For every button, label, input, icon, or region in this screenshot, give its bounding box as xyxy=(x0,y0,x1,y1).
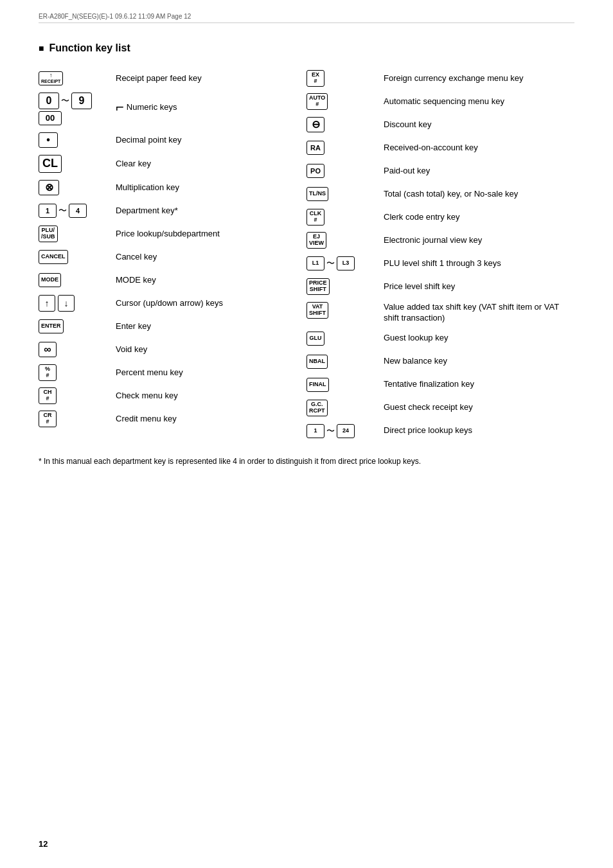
left-column: ↑RECEIPT Receipt paper feed key 0 〜 9 00… xyxy=(39,67,306,443)
multiply-key[interactable]: ⊗ xyxy=(39,180,59,195)
key-description: Check menu key xyxy=(116,391,306,402)
ex-key[interactable]: EX# xyxy=(306,70,324,87)
percent-key[interactable]: %# xyxy=(39,364,57,381)
key-description: Price level shift key xyxy=(384,281,574,292)
ra-key[interactable]: RA xyxy=(306,141,324,155)
list-item: ∞ Void key xyxy=(39,338,306,361)
key-description: Direct price lookup keys xyxy=(384,425,574,436)
auto-key[interactable]: AUTO# xyxy=(306,93,328,110)
key-list: ↑RECEIPT Receipt paper feed key 0 〜 9 00… xyxy=(39,67,574,443)
right-column: EX# Foreign currency exchange menu key A… xyxy=(306,67,574,443)
key-description: Price lookup/subdepartment xyxy=(116,229,306,240)
list-item: ⊖ Discount key xyxy=(306,113,574,136)
list-item: AUTO# Automatic sequencing menu key xyxy=(306,90,574,113)
key-description: PLU level shift 1 through 3 keys xyxy=(384,258,574,269)
page-header: ER-A280F_N(SEEG)(E)-1 09.6.12 11:09 AM P… xyxy=(39,13,574,23)
key-description: Percent menu key xyxy=(116,368,306,378)
down-arrow-key[interactable]: ↓ xyxy=(58,295,75,312)
list-item: MODE MODE key xyxy=(39,269,306,292)
up-arrow-key[interactable]: ↑ xyxy=(39,295,55,312)
key-description: Cursor (up/down arrow) keys xyxy=(116,298,306,309)
glu-key[interactable]: GLU xyxy=(306,332,324,346)
list-item: ENTER Enter key xyxy=(39,315,306,338)
numeric-range-key[interactable]: 0 〜 9 xyxy=(39,93,92,109)
list-item: G.C.RCPT Guest check receipt key xyxy=(306,396,574,420)
dept-key-range[interactable]: 1 〜 4 xyxy=(39,204,87,218)
key-description: Cancel key xyxy=(116,252,306,263)
footnote: * In this manual each department key is … xyxy=(39,456,574,467)
list-item: L1 〜 L3 PLU level shift 1 through 3 keys xyxy=(306,252,574,275)
cancel-key[interactable]: CANCEL xyxy=(39,250,68,264)
price-shift-key[interactable]: PRICESHIFT xyxy=(306,278,330,295)
check-key[interactable]: CH# xyxy=(39,387,57,404)
po-key[interactable]: PO xyxy=(306,164,324,178)
key-description: Received-on-account key xyxy=(384,143,574,154)
key-description: Enter key xyxy=(116,321,306,332)
list-item: ↑RECEIPT Receipt paper feed key xyxy=(39,67,306,90)
page-title: Function key list xyxy=(39,42,574,54)
nbal-key[interactable]: NBAL xyxy=(306,355,328,369)
direct-plu-range[interactable]: 1 〜 24 xyxy=(306,424,355,438)
ejview-key[interactable]: EJVIEW xyxy=(306,232,326,249)
void-key[interactable]: ∞ xyxy=(39,342,57,357)
key-description: Guest check receipt key xyxy=(384,402,574,413)
clk-key[interactable]: CLK# xyxy=(306,209,324,226)
key-description: Receipt paper feed key xyxy=(116,73,306,84)
list-item: EJVIEW Electronic journal view key xyxy=(306,229,574,252)
list-item: CANCEL Cancel key xyxy=(39,245,306,269)
key-description: Tentative finalization key xyxy=(384,379,574,390)
cursor-keys[interactable]: ↑ ↓ xyxy=(39,295,75,312)
list-item: FINAL Tentative finalization key xyxy=(306,373,574,396)
final-key[interactable]: FINAL xyxy=(306,378,329,392)
list-item: VATSHIFT Value added tax shift key (VAT … xyxy=(306,298,574,327)
credit-key[interactable]: CR# xyxy=(39,411,57,427)
clear-key[interactable]: CL xyxy=(39,155,62,173)
list-item: GLU Guest lookup key xyxy=(306,327,574,350)
key-description: Total (cash total) key, or No-sale key xyxy=(384,189,574,200)
enter-key[interactable]: ENTER xyxy=(39,319,64,333)
receipt-key[interactable]: ↑RECEIPT xyxy=(39,71,63,85)
list-item: PO Paid-out key xyxy=(306,159,574,182)
key-description: Credit menu key xyxy=(116,414,306,425)
list-item: 0 〜 9 00 ⌐ Numeric keys xyxy=(39,90,306,128)
list-item: 1 〜 24 Direct price lookup keys xyxy=(306,420,574,443)
key-description: Guest lookup key xyxy=(384,333,574,344)
key-description: Paid-out key xyxy=(384,166,574,177)
key-description: New balance key xyxy=(384,356,574,367)
key-description: Electronic journal view key xyxy=(384,235,574,246)
plu-level-range[interactable]: L1 〜 L3 xyxy=(306,256,355,270)
tlns-key[interactable]: TL/NS xyxy=(306,187,328,201)
discount-key[interactable]: ⊖ xyxy=(306,117,324,132)
list-item: CLK# Clerk code entry key xyxy=(306,206,574,229)
key-description: Value added tax shift key (VAT shift ite… xyxy=(384,302,574,324)
plu-sub-key[interactable]: PLU//SUB xyxy=(39,226,58,242)
vat-shift-key[interactable]: VATSHIFT xyxy=(306,302,328,319)
decimal-key[interactable]: • xyxy=(39,132,58,148)
list-item: ↑ ↓ Cursor (up/down arrow) keys xyxy=(39,292,306,315)
double-zero-key[interactable]: 00 xyxy=(39,111,62,125)
key-description: Discount key xyxy=(384,120,574,130)
list-item: PLU//SUB Price lookup/subdepartment xyxy=(39,222,306,245)
key-description: Clerk code entry key xyxy=(384,212,574,223)
list-item: 1 〜 4 Department key* xyxy=(39,199,306,222)
gcrcpt-key[interactable]: G.C.RCPT xyxy=(306,400,328,416)
list-item: NBAL New balance key xyxy=(306,350,574,373)
list-item: RA Received-on-account key xyxy=(306,136,574,159)
key-description: MODE key xyxy=(116,275,306,286)
list-item: CR# Credit menu key xyxy=(39,407,306,430)
key-description: Void key xyxy=(116,344,306,355)
key-description: Department key* xyxy=(116,206,306,217)
list-item: ⊗ Multiplication key xyxy=(39,176,306,199)
list-item: PRICESHIFT Price level shift key xyxy=(306,275,574,298)
key-description: Automatic sequencing menu key xyxy=(384,96,574,107)
key-description: Foreign currency exchange menu key xyxy=(384,73,574,84)
list-item: TL/NS Total (cash total) key, or No-sale… xyxy=(306,182,574,206)
page-number: 12 xyxy=(39,839,48,849)
mode-key[interactable]: MODE xyxy=(39,273,61,287)
key-description: Numeric keys xyxy=(127,102,177,113)
list-item: EX# Foreign currency exchange menu key xyxy=(306,67,574,90)
key-description: Clear key xyxy=(116,159,306,170)
list-item: %# Percent menu key xyxy=(39,361,306,384)
list-item: • Decimal point key xyxy=(39,128,306,152)
list-item: CL Clear key xyxy=(39,152,306,176)
